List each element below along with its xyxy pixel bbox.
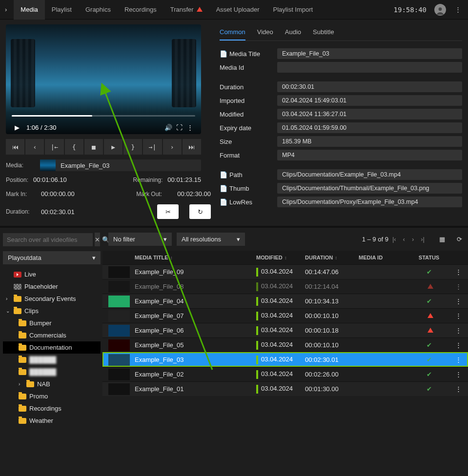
row-overflow-icon[interactable]: ⋮	[455, 385, 462, 393]
transport-goto-out[interactable]: →|	[143, 139, 162, 155]
cut-button[interactable]: ✂	[157, 204, 179, 219]
transport-step-back[interactable]: ‹	[25, 139, 44, 155]
nav-playlist-import[interactable]: Playlist Import	[266, 0, 320, 20]
progress-bar[interactable]	[12, 115, 195, 117]
meta-value[interactable]: 01.05.2024 01:59:59.00	[277, 122, 462, 133]
expand-caret-icon[interactable]: ›	[6, 296, 11, 301]
tree-item[interactable]: Promo	[3, 390, 101, 402]
nav-recordings[interactable]: Recordings	[118, 0, 163, 20]
nav-expand-icon[interactable]: ›	[5, 6, 7, 13]
tab-subtitle[interactable]: Subtitle	[313, 24, 334, 40]
page-last-icon[interactable]: ›|	[418, 234, 427, 245]
col-title[interactable]: MEDIA TITLE↕	[132, 255, 253, 260]
refresh-icon[interactable]: ⟳	[457, 236, 462, 243]
search-input[interactable]	[3, 233, 93, 246]
transport-mark-in[interactable]: {	[65, 139, 83, 155]
transport-mark-out[interactable]: }	[123, 139, 142, 155]
table-row[interactable]: Example_File_0103.04.202400:01:30.00✔⋮	[102, 381, 468, 396]
filter-dropdown[interactable]: No filter▾	[108, 233, 172, 246]
col-status[interactable]: STATUS	[409, 255, 448, 260]
page-prev-icon[interactable]: ‹	[400, 234, 408, 245]
tree-item[interactable]: ██████	[3, 354, 101, 366]
table-row[interactable]: Example_File_0203.04.202400:02:26.00✔⋮	[102, 367, 468, 381]
tree-item[interactable]: Documentation	[3, 341, 101, 354]
tree-item[interactable]: Bumper	[3, 317, 101, 329]
avatar-icon[interactable]	[434, 4, 446, 16]
nav-playlist[interactable]: Playlist	[45, 0, 79, 20]
tree-item[interactable]: Weather	[3, 415, 101, 427]
page-first-icon[interactable]: |‹	[389, 234, 399, 245]
meta-value[interactable]: 00:02:30.01	[277, 81, 462, 92]
col-modified[interactable]: MODIFIED↕	[253, 255, 302, 260]
tree-item[interactable]: ⌄Clips	[3, 305, 101, 317]
play-icon[interactable]: ▶	[12, 124, 22, 131]
table-row[interactable]: Example_File_0703.04.202400:00:10.10⋮	[102, 308, 468, 323]
row-modified: 03.04.2024	[253, 297, 302, 306]
row-overflow-icon[interactable]: ⋮	[455, 312, 462, 319]
tree-item[interactable]: Commercials	[3, 329, 101, 341]
col-mediaid[interactable]: MEDIA ID	[356, 255, 409, 260]
tree-item[interactable]: Live	[3, 268, 101, 280]
transport-skip-back[interactable]: ⏮	[6, 139, 24, 155]
volume-icon[interactable]: 🔊	[163, 124, 174, 131]
overflow-menu-icon[interactable]: ⋮	[453, 4, 463, 15]
row-overflow-icon[interactable]: ⋮	[455, 298, 462, 305]
resolution-dropdown[interactable]: All resolutions▾	[177, 233, 245, 246]
table-row[interactable]: Example_File_0503.04.202400:00:10.10✔⋮	[102, 337, 468, 352]
meta-value[interactable]: Example_File_03	[277, 48, 462, 59]
transport-goto-in[interactable]: |←	[45, 139, 63, 155]
row-overflow-icon[interactable]: ⋮	[455, 371, 462, 378]
transport-stop[interactable]: ■	[84, 139, 103, 155]
markout-field[interactable]: 00:02:30.00	[177, 190, 211, 198]
fullscreen-icon[interactable]: ⛶	[174, 124, 184, 131]
meta-value[interactable]	[277, 62, 462, 73]
markin-field[interactable]: 00:00:00.00	[41, 190, 75, 198]
nav-media[interactable]: Media	[14, 0, 44, 20]
row-overflow-icon[interactable]: ⋮	[455, 268, 462, 276]
row-overflow-icon[interactable]: ⋮	[455, 341, 462, 349]
nav-transfer[interactable]: Transfer	[163, 0, 209, 20]
video-player[interactable]: ▶ 1:06 / 2:30 🔊 ⛶ ⋮	[6, 24, 201, 134]
table-row[interactable]: Example_File_0903.04.202400:14:47.06✔⋮	[102, 264, 468, 279]
meta-value[interactable]: MP4	[277, 150, 462, 160]
player-overflow-icon[interactable]: ⋮	[184, 124, 195, 131]
expand-caret-icon[interactable]: ›	[19, 381, 23, 387]
tree-item[interactable]: ›Secondary Events	[3, 293, 101, 305]
meta-value[interactable]: 185.39 MB	[277, 136, 462, 147]
meta-value[interactable]: 03.04.2024 11:36:27.01	[277, 109, 462, 119]
duration-field[interactable]: 00:02:30.01	[41, 208, 75, 216]
tree-item[interactable]: Recordings	[3, 402, 101, 415]
grid-view-icon[interactable]: ▦	[439, 236, 445, 243]
nav-asset-uploader[interactable]: Asset Uploader	[209, 0, 266, 20]
tab-audio[interactable]: Audio	[285, 24, 301, 40]
tree-item[interactable]: ›NAB	[3, 378, 101, 390]
transport-step-fwd[interactable]: ›	[163, 139, 182, 155]
meta-value[interactable]: Clips/Documentation/Example_File_03.mp4	[277, 169, 462, 180]
tab-video[interactable]: Video	[257, 24, 273, 40]
page-next-icon[interactable]: ›	[409, 234, 417, 245]
row-overflow-icon[interactable]: ⋮	[455, 327, 462, 334]
transport-skip-fwd[interactable]: ⏭	[183, 139, 201, 155]
source-dropdown[interactable]: Playoutdata ▾	[3, 251, 101, 264]
tree-item[interactable]: ██████	[3, 366, 101, 378]
clear-search-icon[interactable]: ✕	[95, 233, 100, 246]
meta-value[interactable]: 02.04.2024 15:49:03.01	[277, 95, 462, 106]
row-overflow-icon[interactable]: ⋮	[455, 356, 462, 363]
meta-value[interactable]: Clips/Documentation/Proxy/Example_File_0…	[277, 197, 462, 207]
media-chip[interactable]: Example_File_03	[40, 159, 201, 171]
col-duration[interactable]: DURATION↕	[302, 255, 356, 260]
tab-common[interactable]: Common	[220, 24, 245, 40]
expand-caret-icon[interactable]: ⌄	[6, 308, 11, 314]
table-row[interactable]: Example_File_0803.04.202400:12:14.04⋮	[102, 279, 468, 294]
meta-value[interactable]: Clips/Documentation/Thumbnail/Example_Fi…	[277, 183, 462, 194]
row-overflow-icon[interactable]: ⋮	[455, 283, 462, 290]
tree-item[interactable]: Placeholder	[3, 280, 101, 293]
table-row[interactable]: Example_File_0603.04.202400:00:10.18⋮	[102, 323, 468, 337]
reset-button[interactable]: ↻	[189, 204, 211, 219]
table-row[interactable]: Example_File_0403.04.202400:10:34.13✔⋮	[102, 294, 468, 308]
table-row[interactable]: Example_File_0303.04.202400:02:30.01✔⋮	[102, 352, 468, 367]
transport-play[interactable]: ▶	[104, 139, 122, 155]
status-ok-icon: ✔	[427, 385, 432, 393]
chevron-down-icon: ▾	[92, 254, 96, 261]
nav-graphics[interactable]: Graphics	[79, 0, 118, 20]
